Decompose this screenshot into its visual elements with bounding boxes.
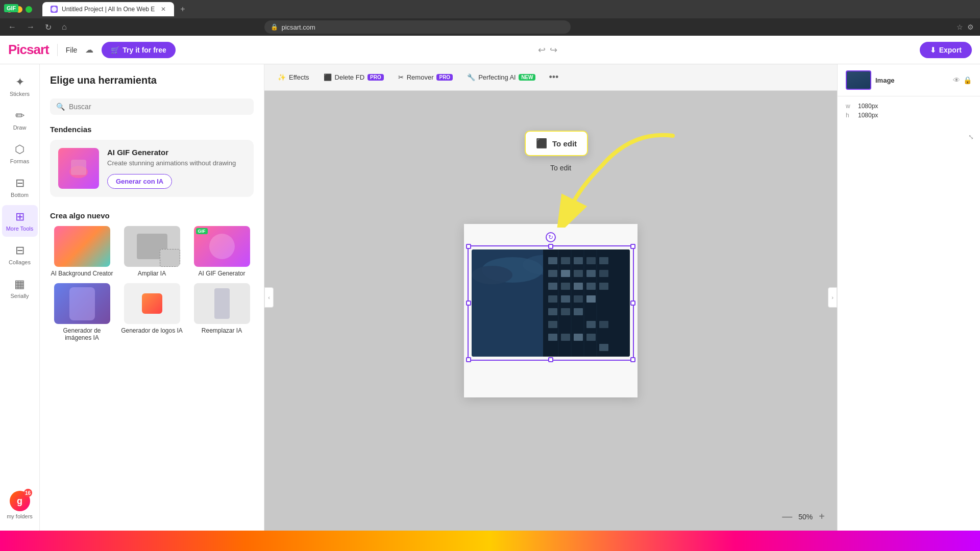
- handle-middle-right[interactable]: [630, 300, 635, 306]
- sidebar-item-collages[interactable]: ⊟ Collages: [2, 239, 38, 270]
- layer-icons: 👁 🔒: [953, 76, 972, 84]
- create-card-reemplazar[interactable]: Reemplazar IA: [190, 283, 254, 341]
- sidebar-item-more-tools[interactable]: ⊞ More Tools: [2, 205, 38, 237]
- trending-info: AI GIF Generator Create stunning animati…: [107, 148, 246, 189]
- svg-rect-37: [599, 344, 608, 351]
- height-row: h 1080px: [846, 112, 972, 119]
- zoom-in-button[interactable]: +: [819, 511, 825, 522]
- user-avatar: g 16: [10, 491, 30, 511]
- export-label: Export: [939, 46, 962, 54]
- handle-bottom-middle[interactable]: [548, 357, 553, 362]
- create-card-logo-gen[interactable]: Generador de logos IA: [120, 283, 184, 341]
- nav-refresh-button[interactable]: ↻: [43, 21, 54, 33]
- panel-collapse-left-button[interactable]: ‹: [264, 287, 274, 308]
- bookmark-icon[interactable]: ☆: [957, 23, 963, 31]
- svg-rect-14: [561, 270, 570, 277]
- create-card-bg-creator[interactable]: AI Background Creator: [50, 226, 114, 277]
- search-input[interactable]: [69, 103, 248, 111]
- height-value: 1080px: [858, 112, 878, 119]
- svg-rect-29: [574, 308, 583, 315]
- rotate-handle[interactable]: ↻: [546, 232, 556, 242]
- expand-panel-button[interactable]: ⤡: [968, 133, 974, 141]
- formas-icon: ⬡: [15, 143, 24, 156]
- gradient-footer: [0, 531, 980, 551]
- canvas-image-container[interactable]: ↻: [472, 249, 630, 357]
- address-bar[interactable]: 🔒 picsart.com: [264, 20, 571, 34]
- new-tab-button[interactable]: +: [180, 5, 185, 14]
- search-icon: 🔍: [56, 103, 65, 111]
- export-button[interactable]: ⬇ Export: [920, 42, 972, 58]
- search-bar[interactable]: 🔍: [50, 98, 254, 115]
- gif-label: AI GIF Generator: [198, 270, 245, 277]
- layer-eye-icon[interactable]: 👁: [953, 76, 960, 84]
- try-for-free-button[interactable]: 🛒 Try it for free: [102, 42, 176, 58]
- handle-bottom-right[interactable]: [630, 357, 635, 362]
- sidebar-item-my-folders[interactable]: g 16 my folders: [2, 486, 38, 524]
- tool-panel-header: Elige una herramienta: [40, 64, 264, 92]
- sidebar-label-more-tools: More Tools: [6, 226, 34, 232]
- right-expand: ⤡: [838, 127, 980, 147]
- sidebar-item-draw[interactable]: ✏ Draw: [2, 104, 38, 136]
- toolbar-remover-button[interactable]: ✂ Remover PRO: [393, 70, 458, 84]
- ampliar-thumb: [124, 226, 180, 267]
- svg-rect-10: [574, 257, 583, 264]
- svg-rect-34: [561, 334, 570, 341]
- dot-green[interactable]: [26, 6, 32, 13]
- svg-rect-24: [561, 295, 570, 303]
- create-card-gif[interactable]: GIF AI GIF Generator: [190, 226, 254, 277]
- svg-rect-36: [586, 334, 596, 341]
- trending-desc: Create stunning animations without drawi…: [107, 159, 246, 168]
- address-url: picsart.com: [281, 23, 315, 31]
- create-card-ampliar[interactable]: Ampliar IA: [120, 226, 184, 277]
- browser-tab[interactable]: Untitled Project | All In One Web E ✕: [42, 2, 174, 16]
- nav-back-button[interactable]: ←: [6, 21, 18, 33]
- zoom-controls: — 50% +: [264, 511, 837, 522]
- toolbar-effects-button[interactable]: ✨ Effects: [273, 70, 314, 84]
- svg-rect-19: [561, 283, 570, 290]
- undo-button[interactable]: ↩: [538, 44, 546, 56]
- zoom-out-button[interactable]: —: [782, 511, 792, 522]
- logo-gen-label: Generador de logos IA: [121, 327, 183, 334]
- sidebar-item-formas[interactable]: ⬡ Formas: [2, 138, 38, 169]
- handle-top-right[interactable]: [630, 244, 635, 249]
- panel-collapse-right-button[interactable]: ›: [828, 287, 837, 308]
- svg-rect-28: [561, 308, 570, 315]
- toolbar-perfecting-ai-button[interactable]: 🔧 Perfecting Al NEW: [462, 70, 541, 84]
- draw-icon: ✏: [15, 109, 24, 122]
- toolbar-more-button[interactable]: •••: [545, 70, 562, 85]
- effects-icon: ✨: [278, 73, 286, 81]
- create-card-img-gen[interactable]: Generador de imágenes IA: [50, 283, 114, 341]
- tab-close[interactable]: ✕: [161, 6, 166, 13]
- svg-rect-23: [548, 295, 557, 303]
- nav-forward-button[interactable]: →: [24, 21, 37, 33]
- svg-rect-33: [548, 334, 557, 341]
- perfecting-ai-new-badge: NEW: [519, 74, 535, 81]
- file-menu[interactable]: File: [66, 46, 78, 54]
- trending-section-title: Tendencias: [40, 121, 264, 140]
- handle-top-left[interactable]: [466, 244, 471, 249]
- cloud-icon[interactable]: ☁: [85, 45, 93, 55]
- handle-top-middle[interactable]: [548, 244, 553, 249]
- handle-middle-left[interactable]: [466, 300, 471, 306]
- sidebar-item-serially[interactable]: ▦ Serially: [2, 272, 38, 304]
- browser-chrome: Untitled Project | All In One Web E ✕ + …: [0, 0, 980, 36]
- sidebar-item-bottom[interactable]: ⊟ Bottom: [2, 171, 38, 203]
- settings-icon[interactable]: ⚙: [967, 23, 974, 31]
- nav-home-button[interactable]: ⌂: [60, 21, 69, 33]
- stickers-icon: ✦: [15, 76, 24, 89]
- redo-button[interactable]: ↪: [550, 44, 557, 56]
- sidebar-item-stickers[interactable]: ✦ Stickers: [2, 70, 38, 102]
- tool-panel: Elige una herramienta 🔍 Tendencias GIF A…: [40, 64, 264, 531]
- perfecting-ai-label: Perfecting Al: [478, 73, 516, 81]
- logo-gen-thumb: [124, 283, 180, 324]
- effects-label: Effects: [289, 73, 309, 81]
- svg-rect-25: [574, 295, 583, 303]
- reemplazar-label: Reemplazar IA: [202, 327, 242, 334]
- svg-rect-31: [586, 321, 596, 328]
- toolbar-delete-fd-button[interactable]: ⬛ Delete FD PRO: [318, 70, 389, 84]
- handle-bottom-left[interactable]: [466, 357, 471, 362]
- generate-btn[interactable]: Generar con IA: [107, 174, 172, 189]
- height-label: h: [846, 112, 854, 119]
- header-divider: [57, 44, 58, 56]
- layer-lock-icon[interactable]: 🔒: [963, 76, 972, 84]
